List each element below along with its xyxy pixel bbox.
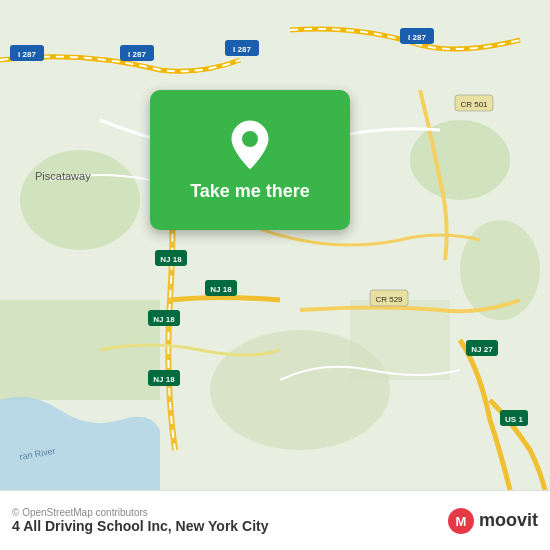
svg-point-4 xyxy=(410,120,510,200)
svg-text:M: M xyxy=(456,514,467,529)
svg-text:CR 501: CR 501 xyxy=(460,100,488,109)
svg-text:Piscataway: Piscataway xyxy=(35,170,91,182)
map-attribution: © OpenStreetMap contributors xyxy=(12,507,447,518)
map-pin-icon xyxy=(228,119,272,171)
svg-point-33 xyxy=(242,131,258,147)
bottom-bar: © OpenStreetMap contributors 4 All Drivi… xyxy=(0,490,550,550)
moovit-icon: M xyxy=(447,507,475,535)
svg-text:NJ 18: NJ 18 xyxy=(160,255,182,264)
take-me-there-button[interactable]: Take me there xyxy=(190,181,310,202)
svg-text:I 287: I 287 xyxy=(233,45,251,54)
svg-rect-2 xyxy=(0,300,160,400)
svg-text:I 287: I 287 xyxy=(18,50,36,59)
moovit-text: moovit xyxy=(479,510,538,531)
svg-text:I 287: I 287 xyxy=(128,50,146,59)
moovit-logo: M moovit xyxy=(447,507,538,535)
map-svg: ran River I 287 I 287 I 287 I 287 NJ 18 … xyxy=(0,0,550,490)
svg-text:I 287: I 287 xyxy=(408,33,426,42)
svg-text:NJ 18: NJ 18 xyxy=(153,375,175,384)
svg-rect-6 xyxy=(350,300,450,380)
svg-text:US 1: US 1 xyxy=(505,415,523,424)
svg-text:NJ 18: NJ 18 xyxy=(210,285,232,294)
popup-card[interactable]: Take me there xyxy=(150,90,350,230)
svg-point-1 xyxy=(20,150,140,250)
place-name: 4 All Driving School Inc, New York City xyxy=(12,518,447,534)
map-container: ran River I 287 I 287 I 287 I 287 NJ 18 … xyxy=(0,0,550,490)
svg-text:CR 529: CR 529 xyxy=(375,295,403,304)
svg-text:NJ 27: NJ 27 xyxy=(471,345,493,354)
svg-text:NJ 18: NJ 18 xyxy=(153,315,175,324)
